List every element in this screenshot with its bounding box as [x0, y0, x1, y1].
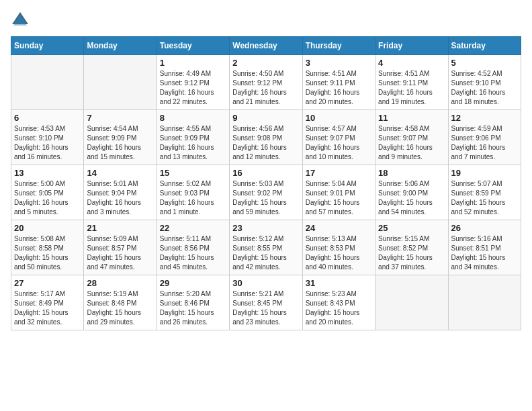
calendar-table: SundayMondayTuesdayWednesdayThursdayFrid… — [11, 36, 521, 330]
day-info: Sunrise: 4:50 AM Sunset: 9:12 PM Dayligh… — [232, 69, 299, 107]
day-number: 16 — [232, 168, 299, 178]
calendar-cell: 12Sunrise: 4:59 AM Sunset: 9:06 PM Dayli… — [448, 110, 521, 165]
day-number: 6 — [14, 113, 81, 123]
day-number: 4 — [378, 58, 445, 68]
calendar-cell — [375, 275, 448, 330]
day-number: 3 — [306, 58, 372, 68]
calendar-cell: 10Sunrise: 4:57 AM Sunset: 9:07 PM Dayli… — [302, 110, 375, 165]
day-info: Sunrise: 5:04 AM Sunset: 9:01 PM Dayligh… — [306, 179, 372, 217]
calendar-cell: 19Sunrise: 5:07 AM Sunset: 8:59 PM Dayli… — [448, 165, 521, 220]
weekday-header: Friday — [375, 37, 448, 55]
day-info: Sunrise: 5:23 AM Sunset: 8:43 PM Dayligh… — [306, 289, 372, 327]
calendar-cell: 7Sunrise: 4:54 AM Sunset: 9:09 PM Daylig… — [84, 110, 157, 165]
logo — [11, 11, 31, 30]
calendar-cell: 17Sunrise: 5:04 AM Sunset: 9:01 PM Dayli… — [302, 165, 375, 220]
calendar-cell: 1Sunrise: 4:49 AM Sunset: 9:12 PM Daylig… — [157, 55, 229, 110]
day-info: Sunrise: 5:01 AM Sunset: 9:04 PM Dayligh… — [87, 179, 153, 217]
day-info: Sunrise: 4:52 AM Sunset: 9:10 PM Dayligh… — [451, 69, 518, 107]
day-number: 9 — [232, 113, 299, 123]
day-number: 20 — [14, 223, 81, 233]
day-info: Sunrise: 4:51 AM Sunset: 9:11 PM Dayligh… — [306, 69, 372, 107]
calendar-body: 1Sunrise: 4:49 AM Sunset: 9:12 PM Daylig… — [11, 55, 521, 330]
day-number: 29 — [160, 278, 226, 288]
day-number: 17 — [306, 168, 372, 178]
day-info: Sunrise: 5:12 AM Sunset: 8:55 PM Dayligh… — [232, 234, 299, 272]
calendar-cell: 6Sunrise: 4:53 AM Sunset: 9:10 PM Daylig… — [11, 110, 84, 165]
calendar-cell: 15Sunrise: 5:02 AM Sunset: 9:03 PM Dayli… — [157, 165, 229, 220]
calendar-cell: 13Sunrise: 5:00 AM Sunset: 9:05 PM Dayli… — [11, 165, 84, 220]
day-number: 18 — [378, 168, 445, 178]
day-number: 7 — [87, 113, 153, 123]
day-number: 1 — [160, 58, 226, 68]
day-number: 30 — [232, 278, 299, 288]
calendar-cell: 9Sunrise: 4:56 AM Sunset: 9:08 PM Daylig… — [230, 110, 302, 165]
calendar-cell: 18Sunrise: 5:06 AM Sunset: 9:00 PM Dayli… — [375, 165, 448, 220]
day-info: Sunrise: 5:09 AM Sunset: 8:57 PM Dayligh… — [87, 234, 153, 272]
day-number: 28 — [87, 278, 153, 288]
calendar-week-row: 27Sunrise: 5:17 AM Sunset: 8:49 PM Dayli… — [11, 275, 521, 330]
day-info: Sunrise: 4:56 AM Sunset: 9:08 PM Dayligh… — [232, 124, 299, 162]
day-number: 19 — [451, 168, 518, 178]
day-info: Sunrise: 5:20 AM Sunset: 8:46 PM Dayligh… — [160, 289, 226, 327]
day-number: 31 — [306, 278, 372, 288]
day-info: Sunrise: 4:54 AM Sunset: 9:09 PM Dayligh… — [87, 124, 153, 162]
weekday-header: Saturday — [448, 37, 521, 55]
day-info: Sunrise: 5:13 AM Sunset: 8:53 PM Dayligh… — [306, 234, 372, 272]
calendar-cell: 3Sunrise: 4:51 AM Sunset: 9:11 PM Daylig… — [302, 55, 375, 110]
calendar-cell: 21Sunrise: 5:09 AM Sunset: 8:57 PM Dayli… — [84, 220, 157, 275]
calendar-cell: 30Sunrise: 5:21 AM Sunset: 8:45 PM Dayli… — [230, 275, 302, 330]
day-info: Sunrise: 4:59 AM Sunset: 9:06 PM Dayligh… — [451, 124, 518, 162]
calendar-week-row: 6Sunrise: 4:53 AM Sunset: 9:10 PM Daylig… — [11, 110, 521, 165]
day-number: 2 — [232, 58, 299, 68]
calendar-cell — [84, 55, 157, 110]
day-number: 14 — [87, 168, 153, 178]
calendar-week-row: 20Sunrise: 5:08 AM Sunset: 8:58 PM Dayli… — [11, 220, 521, 275]
day-number: 27 — [14, 278, 81, 288]
day-info: Sunrise: 5:07 AM Sunset: 8:59 PM Dayligh… — [451, 179, 518, 217]
day-info: Sunrise: 4:53 AM Sunset: 9:10 PM Dayligh… — [14, 124, 81, 162]
calendar-week-row: 13Sunrise: 5:00 AM Sunset: 9:05 PM Dayli… — [11, 165, 521, 220]
day-number: 24 — [306, 223, 372, 233]
day-info: Sunrise: 4:58 AM Sunset: 9:07 PM Dayligh… — [378, 124, 445, 162]
calendar-cell: 26Sunrise: 5:16 AM Sunset: 8:51 PM Dayli… — [448, 220, 521, 275]
weekday-header: Tuesday — [157, 37, 229, 55]
calendar-cell: 16Sunrise: 5:03 AM Sunset: 9:02 PM Dayli… — [230, 165, 302, 220]
day-info: Sunrise: 5:15 AM Sunset: 8:52 PM Dayligh… — [378, 234, 445, 272]
weekday-header: Thursday — [302, 37, 375, 55]
day-number: 10 — [306, 113, 372, 123]
day-info: Sunrise: 4:49 AM Sunset: 9:12 PM Dayligh… — [160, 69, 226, 107]
weekday-header: Wednesday — [230, 37, 302, 55]
day-info: Sunrise: 5:02 AM Sunset: 9:03 PM Dayligh… — [160, 179, 226, 217]
calendar-cell: 28Sunrise: 5:19 AM Sunset: 8:48 PM Dayli… — [84, 275, 157, 330]
day-number: 8 — [160, 113, 226, 123]
calendar-cell: 25Sunrise: 5:15 AM Sunset: 8:52 PM Dayli… — [375, 220, 448, 275]
calendar-cell: 27Sunrise: 5:17 AM Sunset: 8:49 PM Dayli… — [11, 275, 84, 330]
logo-icon — [11, 11, 30, 30]
calendar-header-row: SundayMondayTuesdayWednesdayThursdayFrid… — [11, 37, 521, 55]
day-number: 11 — [378, 113, 445, 123]
calendar-cell: 2Sunrise: 4:50 AM Sunset: 9:12 PM Daylig… — [230, 55, 302, 110]
day-info: Sunrise: 5:21 AM Sunset: 8:45 PM Dayligh… — [232, 289, 299, 327]
day-info: Sunrise: 4:55 AM Sunset: 9:09 PM Dayligh… — [160, 124, 226, 162]
calendar-cell: 23Sunrise: 5:12 AM Sunset: 8:55 PM Dayli… — [230, 220, 302, 275]
day-number: 13 — [14, 168, 81, 178]
calendar-cell — [448, 275, 521, 330]
day-info: Sunrise: 5:08 AM Sunset: 8:58 PM Dayligh… — [14, 234, 81, 272]
day-info: Sunrise: 5:19 AM Sunset: 8:48 PM Dayligh… — [87, 289, 153, 327]
calendar-cell: 29Sunrise: 5:20 AM Sunset: 8:46 PM Dayli… — [157, 275, 229, 330]
calendar-cell: 24Sunrise: 5:13 AM Sunset: 8:53 PM Dayli… — [302, 220, 375, 275]
day-info: Sunrise: 5:00 AM Sunset: 9:05 PM Dayligh… — [14, 179, 81, 217]
day-info: Sunrise: 5:03 AM Sunset: 9:02 PM Dayligh… — [232, 179, 299, 217]
calendar-cell: 5Sunrise: 4:52 AM Sunset: 9:10 PM Daylig… — [448, 55, 521, 110]
day-number: 5 — [451, 58, 518, 68]
day-number: 12 — [451, 113, 518, 123]
day-number: 15 — [160, 168, 226, 178]
calendar-cell: 11Sunrise: 4:58 AM Sunset: 9:07 PM Dayli… — [375, 110, 448, 165]
day-number: 21 — [87, 223, 153, 233]
day-number: 22 — [160, 223, 226, 233]
page-header — [11, 11, 521, 30]
day-number: 23 — [232, 223, 299, 233]
day-info: Sunrise: 5:11 AM Sunset: 8:56 PM Dayligh… — [160, 234, 226, 272]
day-info: Sunrise: 5:17 AM Sunset: 8:49 PM Dayligh… — [14, 289, 81, 327]
weekday-header: Monday — [84, 37, 157, 55]
